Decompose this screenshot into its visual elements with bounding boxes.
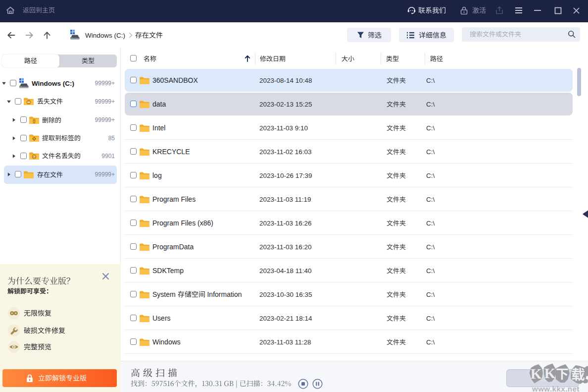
- svg-text:K: K: [531, 366, 542, 382]
- svg-text:?: ?: [33, 155, 36, 159]
- svg-text:K: K: [544, 365, 556, 381]
